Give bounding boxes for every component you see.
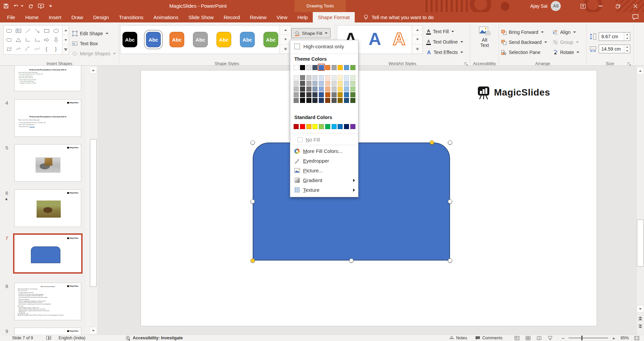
theme-color-swatch[interactable] xyxy=(306,65,311,70)
theme-color-swatch[interactable] xyxy=(344,65,349,70)
thumb-scroll-up[interactable] xyxy=(90,66,97,74)
tab-transitions[interactable]: Transitions xyxy=(114,12,148,22)
gallery-scroll-up[interactable] xyxy=(62,25,69,35)
user-name[interactable]: Ajay Sai xyxy=(530,3,547,9)
menu-item-texture[interactable]: Texture xyxy=(290,185,358,195)
theme-variant-swatch[interactable] xyxy=(332,87,337,92)
ribbon-display-options-button[interactable] xyxy=(574,0,592,12)
tab-insert[interactable]: Insert xyxy=(44,12,66,22)
resize-handle-middle-right[interactable] xyxy=(448,200,452,204)
styles-scroll-up[interactable] xyxy=(280,25,291,35)
avatar[interactable]: AS xyxy=(551,1,561,11)
theme-variant-swatch[interactable] xyxy=(344,81,349,86)
theme-variant-swatch[interactable] xyxy=(306,81,311,86)
theme-variant-swatch[interactable] xyxy=(338,98,343,103)
tell-me-box[interactable]: Tell me what you want to do xyxy=(363,12,434,22)
shape-text-box-icon[interactable]: A xyxy=(14,26,23,35)
theme-variant-swatch[interactable] xyxy=(319,92,324,97)
shape-fill-button[interactable]: Shape Fill xyxy=(291,28,331,38)
comments-toggle[interactable]: Comments xyxy=(475,336,502,340)
zoom-slider[interactable] xyxy=(568,338,608,338)
theme-variant-swatch[interactable] xyxy=(325,81,330,86)
height-up[interactable] xyxy=(624,33,630,37)
text-fill-button[interactable]: A Text Fill xyxy=(426,27,454,36)
send-backward-button[interactable]: Send Backward xyxy=(501,38,547,47)
standard-color-swatch[interactable] xyxy=(319,124,324,129)
zoom-in-button[interactable]: + xyxy=(612,335,615,341)
zoom-out-button[interactable]: − xyxy=(561,335,564,341)
theme-variant-swatch[interactable] xyxy=(325,98,330,103)
shape-arc-icon[interactable] xyxy=(23,44,33,53)
accessibility-status[interactable]: Accessibility: Investigate xyxy=(126,336,183,341)
close-button[interactable] xyxy=(627,0,644,12)
theme-variant-swatch[interactable] xyxy=(300,81,305,86)
tab-shape-format[interactable]: Shape Format xyxy=(313,12,355,22)
notes-toggle[interactable]: Notes xyxy=(449,336,467,340)
shape-rounded-rectangle-icon[interactable] xyxy=(4,26,14,35)
shape-arrow-right-icon[interactable] xyxy=(42,35,51,44)
merge-shapes-button[interactable]: Merge Shapes xyxy=(72,49,116,58)
thumb-scroll-thumb[interactable] xyxy=(90,139,97,287)
fit-slide-to-window-button[interactable] xyxy=(634,336,639,340)
alt-text-button[interactable]: Alt Text xyxy=(474,26,495,48)
shape-arrow-icon[interactable] xyxy=(33,26,42,35)
theme-color-swatch[interactable] xyxy=(325,65,330,70)
reading-view-button[interactable] xyxy=(537,336,542,340)
zoom-slider-thumb[interactable] xyxy=(581,336,583,340)
standard-color-swatch[interactable] xyxy=(332,124,337,129)
theme-variant-swatch[interactable] xyxy=(300,98,305,103)
text-box-button[interactable]: A Text Box xyxy=(72,39,98,48)
wordart-scroll-up[interactable] xyxy=(412,25,423,35)
slide-sorter-view-button[interactable] xyxy=(526,336,531,340)
tab-animations[interactable]: Animations xyxy=(148,12,183,22)
shape-oval-icon[interactable] xyxy=(51,26,61,35)
width-down[interactable] xyxy=(624,49,630,53)
shape-height-input[interactable] xyxy=(599,34,621,39)
tab-file[interactable]: File xyxy=(2,12,20,22)
theme-variant-swatch[interactable] xyxy=(294,98,299,103)
theme-variant-swatch[interactable] xyxy=(300,75,305,80)
tab-design[interactable]: Design xyxy=(88,12,114,22)
height-down[interactable] xyxy=(624,37,630,41)
spell-check-icon[interactable] xyxy=(46,336,51,340)
theme-variant-swatch[interactable] xyxy=(294,81,299,86)
customize-qat-button[interactable] xyxy=(49,5,52,7)
zoom-level[interactable]: 85% xyxy=(621,336,629,340)
theme-variant-swatch[interactable] xyxy=(338,92,343,97)
shape-rectangle-icon[interactable] xyxy=(42,26,51,35)
theme-variant-swatch[interactable] xyxy=(319,98,324,103)
wordart-more[interactable] xyxy=(412,45,423,54)
shape-arrow-down-icon[interactable] xyxy=(51,35,61,44)
shape-left-brace-icon[interactable]: { xyxy=(42,44,51,53)
theme-variant-swatch[interactable] xyxy=(350,98,355,103)
thumbnail-slide-9[interactable]: MagicSlides xyxy=(14,328,81,335)
canvas-scroll-up[interactable] xyxy=(637,67,644,74)
theme-variant-swatch[interactable] xyxy=(319,87,324,92)
shape-freeform-icon[interactable] xyxy=(4,44,14,53)
shape-style-tile[interactable]: Abc xyxy=(263,32,278,47)
shape-style-tile[interactable]: Abc xyxy=(169,32,184,47)
resize-handle-middle-left[interactable] xyxy=(251,200,255,204)
minimize-button[interactable] xyxy=(592,0,609,12)
theme-variant-swatch[interactable] xyxy=(312,98,317,103)
theme-variant-swatch[interactable] xyxy=(294,87,299,92)
next-slide-button[interactable] xyxy=(638,324,643,329)
normal-view-button[interactable] xyxy=(514,336,519,340)
tab-review[interactable]: Review xyxy=(245,12,271,22)
standard-color-swatch[interactable] xyxy=(338,124,343,129)
standard-color-swatch[interactable] xyxy=(312,124,317,129)
theme-variant-swatch[interactable] xyxy=(306,98,311,103)
shape-rounded-rectangle-icon[interactable] xyxy=(4,35,14,44)
width-up[interactable] xyxy=(624,45,630,49)
high-contrast-checkbox[interactable] xyxy=(294,44,300,49)
shape-style-tile[interactable]: Abc xyxy=(240,32,255,47)
tab-draw[interactable]: Draw xyxy=(66,12,88,22)
theme-variant-swatch[interactable] xyxy=(344,87,349,92)
theme-variant-swatch[interactable] xyxy=(325,92,330,97)
shape-style-tile[interactable]: Abc xyxy=(122,32,137,47)
canvas-scroll-thumb[interactable] xyxy=(637,220,644,267)
theme-variant-swatch[interactable] xyxy=(350,75,355,80)
tab-help[interactable]: Help xyxy=(292,12,313,22)
theme-variant-swatch[interactable] xyxy=(332,98,337,103)
comments-flyout-icon[interactable] xyxy=(632,14,639,20)
